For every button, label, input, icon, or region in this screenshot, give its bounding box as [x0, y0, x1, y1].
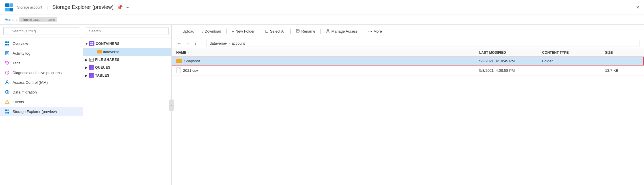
sidebar-item-activity-log-label: Activity log [13, 51, 30, 55]
sidebar-item-events[interactable]: Events [0, 97, 83, 107]
new-folder-label: New Folder [235, 29, 254, 33]
addr-path-child: account [232, 41, 245, 45]
sidebar-item-data-migration[interactable]: Data migration [0, 87, 83, 97]
rename-button[interactable]: Rename [293, 27, 318, 35]
diagnose-icon [5, 70, 10, 75]
file-content-type-snapshot: Folder [542, 59, 605, 63]
svg-rect-21 [7, 110, 9, 111]
download-label: Download [205, 29, 221, 33]
data-migration-icon [5, 89, 10, 95]
col-name-sort-icon: ↑ [187, 51, 189, 54]
toolbar-sep-4 [320, 29, 321, 34]
file-row-snapshot[interactable]: Snapshot 5/3/2021, 4:10:45 PM Folder [172, 57, 644, 65]
tree-section-file-shares[interactable]: ▶ FILE SHARES [83, 56, 171, 63]
manage-access-label: Manage Access [331, 29, 358, 33]
file-last-modified-2021csv: 5/3/2021, 4:08:58 PM [479, 68, 542, 73]
svg-rect-25 [92, 42, 93, 43]
file-icon-2021csv [176, 67, 181, 73]
tree-item-dataverse[interactable]: dataverse- [83, 48, 171, 56]
select-all-button[interactable]: ☐ Select All [262, 28, 288, 35]
file-name-2021csv: 2021.csv [183, 68, 198, 73]
up-button[interactable]: ↑ [200, 41, 204, 46]
svg-rect-22 [5, 112, 7, 114]
svg-rect-30 [97, 50, 99, 51]
tables-label: TABLES [95, 73, 110, 77]
storage-account-label: Storage account [17, 5, 42, 9]
col-header-content-type[interactable]: CONTENT TYPE [542, 51, 605, 55]
svg-rect-6 [5, 44, 7, 45]
manage-access-button[interactable]: Manage Access [323, 27, 360, 35]
sidebar-item-events-label: Events [13, 100, 24, 104]
download-button[interactable]: ↓ Download [198, 28, 224, 35]
col-last-modified-label: LAST MODIFIED [479, 51, 506, 55]
svg-rect-24 [90, 42, 92, 43]
tree-section-containers[interactable]: ▼ CONTAINERS [83, 40, 171, 48]
tree-section-tables[interactable]: ▶ TABLES [83, 71, 171, 79]
close-button[interactable]: × [636, 4, 639, 11]
content-panel: ↑ Upload ↓ Download + New Folder ☐ Selec… [172, 25, 644, 185]
new-folder-icon: + [232, 29, 234, 34]
file-shares-icon [89, 57, 94, 62]
down-button[interactable]: ↓ [193, 41, 198, 46]
svg-rect-1 [9, 3, 13, 7]
col-header-name[interactable]: NAME ↑ [176, 51, 479, 55]
upload-button[interactable]: ↑ Upload [176, 28, 197, 35]
svg-point-37 [327, 29, 329, 31]
toolbar: ↑ Upload ↓ Download + New Folder ☐ Selec… [172, 25, 644, 38]
tables-expand-icon: ▶ [85, 74, 88, 77]
back-button[interactable]: ← [176, 41, 183, 46]
more-button[interactable]: ··· More [365, 27, 385, 35]
col-header-size[interactable]: SIZE [605, 51, 639, 55]
svg-rect-7 [7, 44, 9, 45]
sidebar-item-diagnose-label: Diagnose and solve problems [13, 71, 62, 75]
breadcrumb-current: blurred-account-name [19, 17, 57, 22]
addr-path-segment: dataverse- [210, 41, 227, 45]
select-all-icon: ☐ [265, 29, 269, 33]
activity-log-icon [5, 51, 10, 56]
rename-icon [296, 29, 300, 34]
tree-section-queues[interactable]: ▶ QUEUES [83, 63, 171, 71]
svg-rect-0 [5, 3, 9, 7]
containers-expand-icon: ▼ [85, 42, 88, 45]
sidebar-item-access-control[interactable]: Access Control (IAM) [0, 77, 83, 87]
select-all-label: Select All [270, 29, 285, 33]
tree-search-input[interactable] [86, 27, 169, 35]
svg-rect-23 [7, 112, 9, 114]
toolbar-sep-1 [226, 29, 227, 34]
col-header-last-modified[interactable]: LAST MODIFIED [479, 51, 542, 55]
svg-rect-20 [5, 110, 7, 111]
sidebar-item-storage-explorer[interactable]: Storage Explorer (preview) [0, 107, 83, 116]
more-icon: ··· [368, 29, 372, 34]
file-shares-expand-icon: ▶ [85, 58, 88, 61]
file-list: NAME ↑ LAST MODIFIED CONTENT TYPE SIZE S… [172, 49, 644, 185]
svg-point-14 [7, 73, 7, 74]
forward-button[interactable]: → [185, 41, 191, 46]
sidebar-item-activity-log[interactable]: Activity log [0, 48, 83, 58]
svg-rect-4 [5, 41, 7, 43]
access-control-icon [5, 80, 10, 85]
overview-icon [5, 41, 10, 46]
pin-icon[interactable]: 📌 [117, 5, 123, 10]
breadcrumb-home[interactable]: Home [5, 17, 15, 22]
queues-icon [89, 65, 94, 70]
ellipsis-icon[interactable]: ··· [126, 5, 129, 10]
file-size-2021csv: 13.7 KB [605, 68, 639, 73]
sidebar-item-overview[interactable]: Overview [0, 39, 83, 48]
sidebar-nav: Overview Activity log [0, 37, 83, 185]
sidebar-search-input[interactable] [3, 27, 79, 35]
toolbar-sep-3 [290, 29, 291, 34]
upload-icon: ↑ [179, 29, 181, 34]
more-label: More [373, 29, 382, 33]
sidebar-item-tags[interactable]: Tags [0, 58, 83, 68]
col-name-label: NAME [176, 51, 186, 55]
address-bar: ← → ↓ ↑ dataverse- › account [172, 38, 644, 49]
storage-account-icon [5, 3, 14, 12]
file-row-2021csv[interactable]: 2021.csv 5/3/2021, 4:08:58 PM 13.7 KB [172, 65, 644, 75]
address-input[interactable]: dataverse- › account [207, 40, 639, 47]
file-list-header: NAME ↑ LAST MODIFIED CONTENT TYPE SIZE [172, 49, 644, 57]
breadcrumb-separator: › [16, 17, 17, 22]
sidebar-item-diagnose[interactable]: Diagnose and solve problems [0, 68, 83, 77]
rename-label: Rename [301, 29, 315, 33]
tree-collapse-button[interactable]: « [169, 100, 174, 111]
new-folder-button[interactable]: + New Folder [229, 28, 257, 35]
